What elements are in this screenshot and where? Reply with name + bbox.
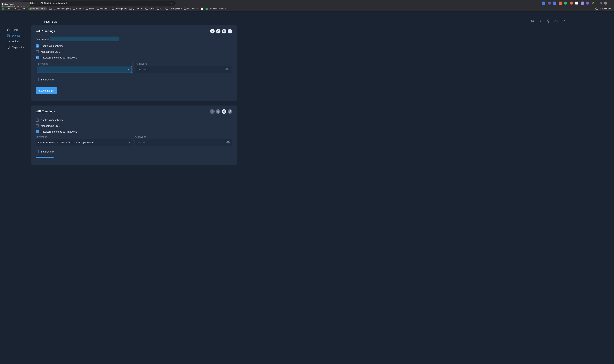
ext-icon-7[interactable]	[575, 1, 578, 5]
ext-icon-2[interactable]	[548, 1, 551, 5]
bluetooth-icon[interactable]	[546, 19, 550, 23]
panel-link-icon[interactable]	[228, 109, 232, 114]
sidebar-item-settings[interactable]: Settings	[7, 33, 27, 39]
wifi2-panel: WiFi 2 settings Enable WiFi network Manu…	[31, 105, 237, 165]
url-bar[interactable]: ⚠ Not Secure 192.168.33.1/#/settings/wif…	[21, 0, 176, 6]
rss-icon[interactable]	[562, 19, 566, 23]
monitor-icon	[7, 46, 10, 49]
networks-select[interactable]: DIRECT-brPT-P750W7344 (rssi: -41dBm, pas…	[36, 139, 133, 146]
ext-icon-8[interactable]	[581, 1, 584, 5]
all-bookmarks[interactable]: All Bookmarks	[595, 8, 612, 10]
panel-link-icon[interactable]	[228, 29, 232, 33]
enable-wifi-label: Enable WiFi network	[41, 45, 63, 47]
password-input-wrap	[135, 139, 232, 146]
bookmark-news[interactable]: News	[86, 8, 95, 10]
svg-rect-4	[224, 31, 224, 32]
enable-wifi-checkbox[interactable]	[36, 44, 39, 48]
bookmark-de-reseller[interactable]: DE Reseller	[184, 8, 198, 10]
tooltip-title: Partner Portal	[2, 3, 28, 5]
wifi-icon[interactable]	[538, 19, 542, 23]
password-input-wrap	[136, 66, 231, 73]
sidebar-item-label: Home	[12, 28, 18, 31]
static-ip-checkbox[interactable]	[36, 150, 39, 153]
enable-wifi-label: Enable WiFi network	[41, 119, 63, 121]
bookmarks-bar: ZOHO One △ Drive Partner Portal Systemov…	[0, 6, 614, 11]
sidebar-item-scripts[interactable]: Scripts	[7, 39, 27, 44]
bookmark-development[interactable]: Development	[112, 8, 127, 10]
broadcast-icon[interactable]	[531, 19, 534, 23]
panel-sim-icon[interactable]	[222, 109, 226, 114]
eye-icon[interactable]	[225, 68, 229, 71]
extensions-icon[interactable]: 🧩	[592, 2, 594, 4]
enable-wifi-checkbox[interactable]	[36, 118, 39, 122]
side-panel-icon[interactable]: ▥	[600, 2, 602, 4]
tooltip-url: https://nordic-screen.com/partners	[2, 5, 28, 7]
pwd-protected-checkbox[interactable]	[36, 56, 39, 59]
panel-wifi-icon[interactable]	[210, 29, 215, 33]
bookmark-marketing[interactable]: Marketing	[97, 8, 109, 10]
panel-title: WiFi 1 settings	[36, 30, 55, 33]
static-ip-label: Set static IP	[41, 78, 54, 81]
enable-wifi-row: Enable WiFi network	[36, 44, 232, 48]
connected-at-value	[50, 37, 119, 41]
url-text: 192.168.33.1/#/settings/wifi	[40, 2, 169, 4]
bookmarks-divider: |	[230, 8, 231, 10]
panel-sim-icon[interactable]	[222, 29, 226, 33]
panel-wifi-icon[interactable]	[210, 109, 215, 114]
pwd-protected-checkbox[interactable]	[36, 130, 39, 133]
save-settings-button-partial[interactable]	[36, 156, 54, 158]
cloud-icon[interactable]	[554, 19, 558, 23]
bookmark-overview-twenty[interactable]: Overview | Twenty…	[205, 8, 228, 10]
bookmark-forslag[interactable]: Forslag til køb	[165, 8, 182, 10]
password-input[interactable]	[138, 68, 224, 71]
bookmark-qplay-v2[interactable]: Q-play - V2	[129, 8, 143, 10]
svg-rect-2	[218, 31, 219, 32]
bookmark-systemovervagning[interactable]: Systemovervågning	[49, 8, 70, 10]
bookmark-finance[interactable]: Finance	[73, 8, 84, 10]
chrome-menu-icon[interactable]: ⋮	[610, 2, 612, 4]
ext-icon-3[interactable]	[553, 1, 556, 5]
chrome-extensions-row: 🧩 | ▥ ⋮	[542, 1, 612, 5]
panel-title: WiFi 2 settings	[36, 110, 55, 113]
ext-icon-9[interactable]	[586, 1, 589, 5]
networks-label: NETWORKS	[37, 63, 132, 65]
ext-icon-4[interactable]	[559, 1, 562, 5]
password-input[interactable]	[137, 141, 225, 144]
sidebar: Home Settings Scripts Diagnostics	[7, 17, 27, 169]
bookmark-misc1[interactable]	[201, 8, 203, 10]
pwd-protected-label: Password protected WiFi network	[41, 130, 77, 133]
ext-icon-6[interactable]	[570, 1, 573, 5]
svg-rect-1	[7, 46, 10, 48]
folder-icon	[86, 8, 88, 10]
static-ip-checkbox[interactable]	[36, 78, 39, 81]
folder-icon	[97, 8, 99, 10]
password-field-highlighted: PASSWORD	[135, 62, 232, 74]
ext-icon-5[interactable]	[564, 1, 567, 5]
bookmark-au[interactable]: AU	[157, 8, 163, 10]
bookmark-admin[interactable]: Admin	[145, 8, 154, 10]
bookmark-label: Overview | Twenty…	[209, 8, 228, 10]
networks-select[interactable]: ▾	[37, 66, 132, 73]
browser-chrome: Partner Portal https://nordic-screen.com…	[0, 0, 614, 12]
pwd-protected-row: Password protected WiFi network	[36, 56, 232, 59]
eye-icon[interactable]	[226, 141, 230, 144]
folder-icon	[129, 8, 132, 10]
svg-point-9	[228, 142, 229, 143]
folder-icon	[145, 8, 148, 10]
bookmark-partner-portal[interactable]: Partner Portal	[28, 7, 47, 11]
bookmark-label: News	[89, 8, 95, 10]
top-status-icons	[531, 19, 566, 23]
ext-icon-1[interactable]	[542, 1, 545, 5]
folder-icon	[184, 8, 187, 10]
profile-avatar-icon[interactable]	[604, 1, 607, 5]
chevron-down-icon: ▾	[128, 68, 129, 71]
sidebar-item-diagnostics[interactable]: Diagnostics	[7, 44, 27, 50]
manual-ssid-checkbox[interactable]	[36, 124, 39, 128]
panel-lock-icon[interactable]	[216, 109, 220, 114]
manual-ssid-checkbox[interactable]	[36, 50, 39, 53]
star-bookmark-icon[interactable]: ☆	[171, 2, 173, 4]
networks-field-highlighted: NETWORKS ▾	[36, 62, 133, 74]
panel-lock-icon[interactable]	[216, 29, 220, 33]
sidebar-item-home[interactable]: Home	[7, 27, 27, 33]
save-settings-button[interactable]: Save settings	[36, 87, 57, 94]
